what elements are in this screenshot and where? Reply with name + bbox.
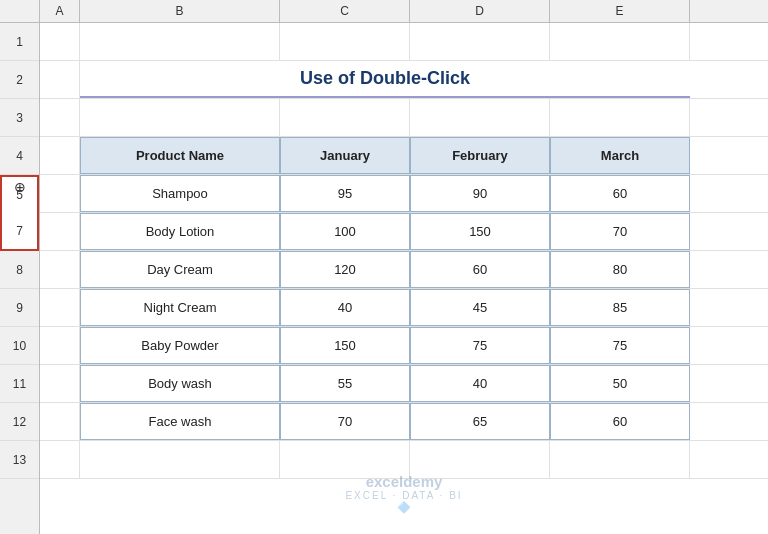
row-num-12[interactable]: 12 [0,403,39,441]
cell-c9[interactable]: 150 [280,327,410,364]
corner-cell [0,0,40,22]
cell-d12[interactable] [410,441,550,478]
row-7: Day Cream 120 60 80 [40,251,768,289]
cell-e8[interactable]: 85 [550,289,690,326]
col-header-c[interactable]: C [280,0,410,22]
spreadsheet: A B C D E 1 2 3 4 5 ⊕ ← 7 8 [0,0,768,534]
cell-c10[interactable]: 55 [280,365,410,402]
row-num-10[interactable]: 10 [0,327,39,365]
row-num-13[interactable]: 13 [0,441,39,479]
column-headers: A B C D E [0,0,768,23]
row-5: Shampoo 95 90 60 [40,175,768,213]
cell-d6[interactable]: 150 [410,213,550,250]
cell-d10[interactable]: 40 [410,365,550,402]
sheet-body: 1 2 3 4 5 ⊕ ← 7 8 9 10 11 [0,23,768,534]
cell-e9[interactable]: 75 [550,327,690,364]
cell-d1[interactable] [410,23,550,60]
cell-e1[interactable] [550,23,690,60]
row-num-7[interactable]: 7 [0,213,39,251]
cell-d4-header[interactable]: February [410,137,550,174]
cell-c6[interactable]: 100 [280,213,410,250]
cell-b10[interactable]: Body wash [80,365,280,402]
row-num-5[interactable]: 5 ⊕ ← [0,175,39,213]
col-header-b[interactable]: B [80,0,280,22]
cell-b4-header[interactable]: Product Name [80,137,280,174]
cell-e7[interactable]: 80 [550,251,690,288]
row-9: Baby Powder 150 75 75 [40,327,768,365]
col-header-e[interactable]: E [550,0,690,22]
cell-c8[interactable]: 40 [280,289,410,326]
watermark-line2: EXCEL · DATA · BI [345,490,462,501]
row-3 [40,99,768,137]
cell-e5[interactable]: 60 [550,175,690,212]
cell-b11[interactable]: Face wash [80,403,280,440]
cell-b1[interactable] [80,23,280,60]
cell-a3[interactable] [40,99,80,136]
cell-a6[interactable] [40,213,80,250]
move-cursor-icon: ⊕ [14,179,26,195]
cell-e6[interactable]: 70 [550,213,690,250]
row-6: Body Lotion 100 150 70 [40,213,768,251]
cell-a12[interactable] [40,441,80,478]
cell-e4-header[interactable]: March [550,137,690,174]
cell-a10[interactable] [40,365,80,402]
cell-a8[interactable] [40,289,80,326]
cell-a5[interactable] [40,175,80,212]
row-num-8[interactable]: 8 [0,251,39,289]
cell-d8[interactable]: 45 [410,289,550,326]
cell-a4[interactable] [40,137,80,174]
cell-a11[interactable] [40,403,80,440]
cell-b5[interactable]: Shampoo [80,175,280,212]
row-4: Product Name January February March [40,137,768,175]
cell-c12[interactable] [280,441,410,478]
cell-b7[interactable]: Day Cream [80,251,280,288]
row-numbers: 1 2 3 4 5 ⊕ ← 7 8 9 10 11 [0,23,40,534]
cell-d11[interactable]: 65 [410,403,550,440]
cell-e11[interactable]: 60 [550,403,690,440]
row-num-11[interactable]: 11 [0,365,39,403]
cell-a1[interactable] [40,23,80,60]
row-12 [40,441,768,479]
row-num-1[interactable]: 1 [0,23,39,61]
cell-d7[interactable]: 60 [410,251,550,288]
col-header-a[interactable]: A [40,0,80,22]
cell-e10[interactable]: 50 [550,365,690,402]
cell-b8[interactable]: Night Cream [80,289,280,326]
cell-c3[interactable] [280,99,410,136]
spreadsheet-title: Use of Double-Click [300,68,470,89]
row-10: Body wash 55 40 50 [40,365,768,403]
cell-e12[interactable] [550,441,690,478]
cell-d9[interactable]: 75 [410,327,550,364]
row-1 [40,23,768,61]
cell-c5[interactable]: 95 [280,175,410,212]
cell-c11[interactable]: 70 [280,403,410,440]
cell-a9[interactable] [40,327,80,364]
row-num-9[interactable]: 9 [0,289,39,327]
row-2: Use of Double-Click [40,61,768,99]
row-num-4[interactable]: 4 [0,137,39,175]
cell-c4-header[interactable]: January [280,137,410,174]
cell-a7[interactable] [40,251,80,288]
cell-a2[interactable] [40,61,80,98]
row-num-3[interactable]: 3 [0,99,39,137]
cell-title[interactable]: Use of Double-Click [80,61,690,98]
cell-c7[interactable]: 120 [280,251,410,288]
cell-c1[interactable] [280,23,410,60]
cells-area: Use of Double-Click Product Name January… [40,23,768,534]
cell-b6[interactable]: Body Lotion [80,213,280,250]
cell-e3[interactable] [550,99,690,136]
cell-b9[interactable]: Baby Powder [80,327,280,364]
cell-d5[interactable]: 90 [410,175,550,212]
cell-b3[interactable] [80,99,280,136]
row-num-2[interactable]: 2 [0,61,39,99]
col-header-d[interactable]: D [410,0,550,22]
watermark: exceldemy EXCEL · DATA · BI 🔷 [345,473,462,514]
cell-b12[interactable] [80,441,280,478]
row-11: Face wash 70 65 60 [40,403,768,441]
cell-d3[interactable] [410,99,550,136]
row-8: Night Cream 40 45 85 [40,289,768,327]
